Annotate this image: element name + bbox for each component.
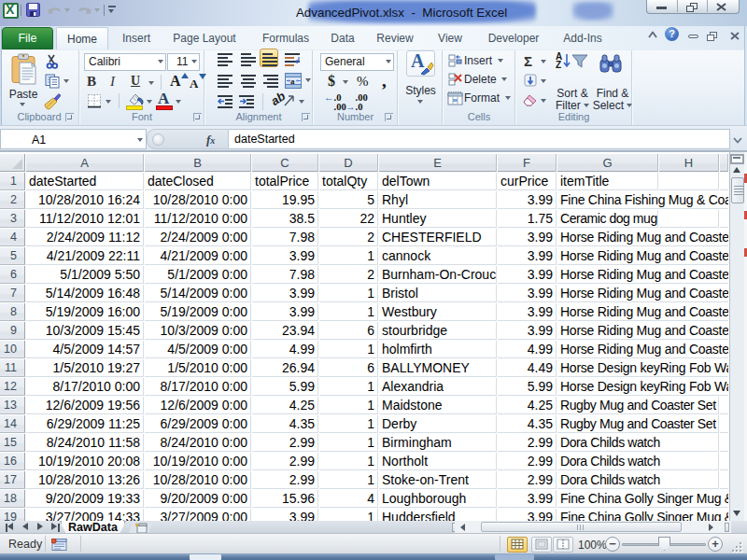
svg-text:a: a — [290, 77, 295, 86]
